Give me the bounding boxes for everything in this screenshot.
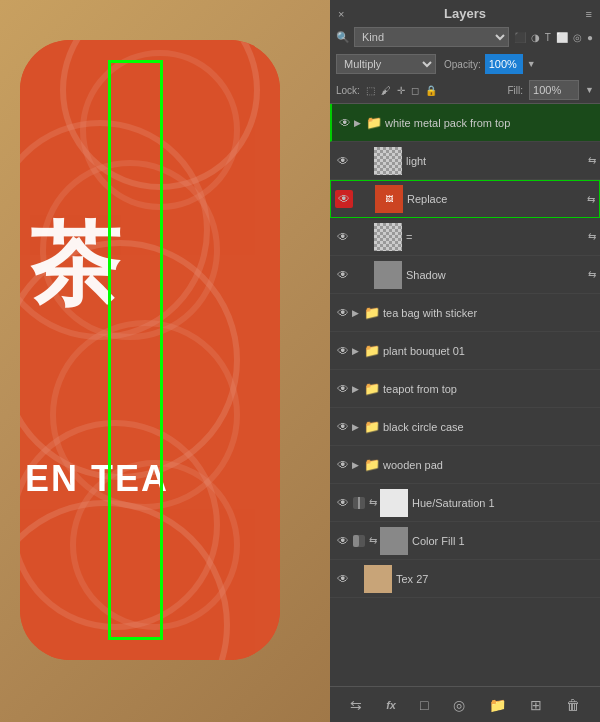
fx-button[interactable]: fx [381, 696, 401, 714]
layer-item-plant-bouquet[interactable]: 👁 ▶ 📁 plant bouquet 01 [330, 332, 600, 370]
filter-type-icon[interactable]: T [544, 31, 552, 44]
delete-layer-button[interactable]: 🗑 [561, 694, 585, 716]
fill-chevron[interactable]: ▼ [585, 85, 594, 95]
filter-row: 🔍 Kind ⬛ ◑ T ⬜ ◎ ● [330, 23, 600, 51]
layer-item-tea-bag[interactable]: 👁 ▶ 📁 tea bag with sticker [330, 294, 600, 332]
kanji-label: 茶 [30, 220, 120, 310]
adjustment-icon-hue [352, 496, 366, 510]
new-adjustment-button[interactable]: ◎ [448, 694, 470, 716]
visibility-toggle-plant[interactable]: 👁 [334, 342, 352, 360]
filter-smart-icon[interactable]: ◎ [572, 31, 583, 44]
link-icon-unnamed: ⇆ [588, 231, 596, 242]
layer-thumb-fill [380, 527, 408, 555]
layers-panel: × Layers ≡ 🔍 Kind ⬛ ◑ T ⬜ ◎ ● Multiply O… [330, 0, 600, 722]
filter-shape-icon[interactable]: ⬜ [555, 31, 569, 44]
expand-arrow-plant[interactable]: ▶ [352, 346, 364, 356]
fill-label: Fill: [508, 85, 524, 96]
svg-rect-3 [353, 535, 359, 547]
folder-icon-plant: 📁 [364, 343, 380, 358]
layer-thumb-tex [364, 565, 392, 593]
layer-thumb-light [374, 147, 402, 175]
layer-item-unnamed[interactable]: 👁 = ⇆ [330, 218, 600, 256]
visibility-toggle-shadow[interactable]: 👁 [334, 266, 352, 284]
link-icon-light: ⇆ [588, 155, 596, 166]
blend-mode-select[interactable]: Multiply [336, 54, 436, 74]
layer-name-black-circle: black circle case [383, 421, 596, 433]
filter-toggle-icon[interactable]: ● [586, 31, 594, 44]
new-group-button[interactable]: 📁 [484, 694, 511, 716]
layer-name-unnamed: = [406, 231, 585, 243]
lock-label: Lock: [336, 85, 360, 96]
layer-thumb-replace: 🖼 [375, 185, 403, 213]
visibility-toggle-light[interactable]: 👁 [334, 152, 352, 170]
filter-kind-select[interactable]: Kind [354, 27, 509, 47]
layer-item-black-circle[interactable]: 👁 ▶ 📁 black circle case [330, 408, 600, 446]
layer-name-hue-sat: Hue/Saturation 1 [412, 497, 596, 509]
layer-item-wooden-pad[interactable]: 👁 ▶ 📁 wooden pad [330, 446, 600, 484]
link-icon-shadow: ⇆ [588, 269, 596, 280]
layer-item-hue-sat[interactable]: 👁 ⇆ Hue/Saturation 1 [330, 484, 600, 522]
filter-adjust-icon[interactable]: ◑ [530, 31, 541, 44]
close-button[interactable]: × [338, 8, 344, 20]
opacity-chevron[interactable]: ▼ [527, 59, 536, 69]
lock-artboard-icon[interactable]: ◻ [411, 85, 419, 96]
folder-icon: 📁 [366, 115, 382, 130]
link-icon-fill: ⇆ [369, 535, 377, 546]
search-icon: 🔍 [336, 31, 350, 44]
layer-item-shadow[interactable]: 👁 Shadow ⇆ [330, 256, 600, 294]
layer-name-teapot: teapot from top [383, 383, 596, 395]
link-icon-hue: ⇆ [369, 497, 377, 508]
layer-item-color-fill[interactable]: 👁 ⇆ Color Fill 1 [330, 522, 600, 560]
layer-name-plant: plant bouquet 01 [383, 345, 596, 357]
link-icon-replace: ⇆ [587, 194, 595, 205]
lock-brush-icon[interactable]: 🖌 [381, 85, 391, 96]
panel-title: Layers [444, 6, 486, 21]
visibility-toggle-hue-sat[interactable]: 👁 [334, 494, 352, 512]
add-mask-button[interactable]: □ [415, 694, 433, 716]
layer-item-light[interactable]: 👁 light ⇆ [330, 142, 600, 180]
expand-arrow-wooden-pad[interactable]: ▶ [352, 460, 364, 470]
lock-transparent-icon[interactable]: ⬚ [366, 85, 375, 96]
layer-item-tex-27[interactable]: 👁 Tex 27 [330, 560, 600, 598]
panel-footer: ⇆ fx □ ◎ 📁 ⊞ 🗑 [330, 686, 600, 722]
layer-name-tex: Tex 27 [396, 573, 596, 585]
link-layers-button[interactable]: ⇆ [345, 694, 367, 716]
expand-arrow-teapot[interactable]: ▶ [352, 384, 364, 394]
lock-transform-icon[interactable]: ✛ [397, 85, 405, 96]
canvas-area: 茶 EN TEA [0, 0, 330, 722]
folder-icon-teapot: 📁 [364, 381, 380, 396]
opacity-label: Opacity: [444, 59, 481, 70]
layer-thumb-hue [380, 489, 408, 517]
new-layer-button[interactable]: ⊞ [525, 694, 547, 716]
adjustment-icon-fill [352, 534, 366, 548]
layer-name-color-fill: Color Fill 1 [412, 535, 596, 547]
expand-arrow-black-circle[interactable]: ▶ [352, 422, 364, 432]
panel-header: × Layers ≡ [330, 0, 600, 23]
filter-pixel-icon[interactable]: ⬛ [513, 31, 527, 44]
folder-icon-black-circle: 📁 [364, 419, 380, 434]
layer-name-light: light [406, 155, 585, 167]
opacity-input[interactable] [485, 54, 523, 74]
visibility-toggle-unnamed[interactable]: 👁 [334, 228, 352, 246]
folder-icon-tea-bag: 📁 [364, 305, 380, 320]
layers-list[interactable]: 👁 ▶ 📁 white metal pack from top 👁 light … [330, 104, 600, 686]
visibility-toggle-white-metal[interactable]: 👁 [336, 114, 354, 132]
layer-item-white-metal-pack[interactable]: 👁 ▶ 📁 white metal pack from top [330, 104, 600, 142]
fill-input[interactable] [529, 80, 579, 100]
visibility-toggle-teapot[interactable]: 👁 [334, 380, 352, 398]
visibility-toggle-tex[interactable]: 👁 [334, 570, 352, 588]
expand-arrow[interactable]: ▶ [354, 118, 366, 128]
visibility-toggle-tea-bag[interactable]: 👁 [334, 304, 352, 322]
layer-name-white-metal: white metal pack from top [385, 117, 596, 129]
visibility-toggle-black-circle[interactable]: 👁 [334, 418, 352, 436]
visibility-toggle-color-fill[interactable]: 👁 [334, 532, 352, 550]
layer-thumb-unnamed [374, 223, 402, 251]
panel-menu-button[interactable]: ≡ [586, 8, 592, 20]
visibility-toggle-replace[interactable]: 👁 [335, 190, 353, 208]
blend-mode-row: Multiply Opacity: ▼ [330, 51, 600, 77]
layer-item-teapot[interactable]: 👁 ▶ 📁 teapot from top [330, 370, 600, 408]
visibility-toggle-wooden-pad[interactable]: 👁 [334, 456, 352, 474]
lock-all-icon[interactable]: 🔒 [425, 85, 437, 96]
expand-arrow-tea-bag[interactable]: ▶ [352, 308, 364, 318]
layer-item-replace[interactable]: 👁 🖼 Replace ⇆ [330, 180, 600, 218]
